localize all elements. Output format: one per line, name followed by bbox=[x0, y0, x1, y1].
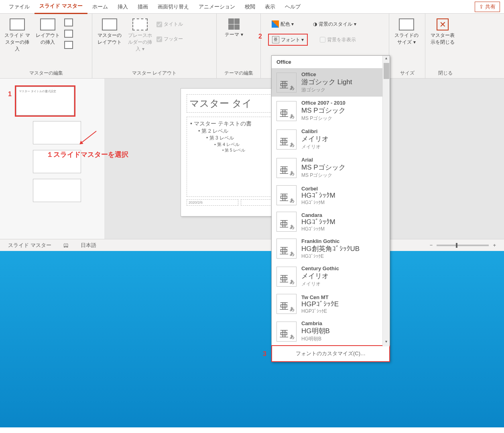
workspace: マスター タイトルの書式設定 1 １スライドマスターを選択 マスター タイ マス… bbox=[0, 79, 504, 239]
font-sample-icon: 亜ぁ bbox=[276, 185, 297, 205]
ribbon-tabs: ファイル スライド マスター ホーム 挿入 描画 画面切り替え アニメーション … bbox=[0, 0, 504, 14]
tab-help[interactable]: ヘルプ bbox=[280, 0, 305, 14]
desktop-background bbox=[0, 251, 504, 427]
title-checkbox[interactable]: タイトル bbox=[156, 21, 183, 28]
font-sample-icon: 亜ぁ bbox=[276, 129, 297, 150]
scroll-thumb[interactable] bbox=[384, 63, 389, 79]
slide-date-placeholder[interactable]: 2020/2/6 bbox=[187, 199, 238, 206]
background-styles-button[interactable]: ◑背景のスタイル ▾ bbox=[309, 18, 360, 30]
annotation-2: 2 bbox=[258, 33, 262, 40]
rename-icon[interactable] bbox=[64, 30, 73, 38]
tab-file[interactable]: ファイル bbox=[4, 0, 35, 14]
zoom-out-button[interactable]: − bbox=[430, 242, 433, 248]
tab-draw[interactable]: 描画 bbox=[133, 0, 153, 14]
footer-checkbox[interactable]: フッター bbox=[156, 36, 183, 42]
colors-icon bbox=[272, 20, 279, 28]
font-sample-icon: 亜ぁ bbox=[276, 212, 297, 232]
fonts-dropdown: Office 亜ぁOffice游ゴシック Light游ゴシック亜ぁOffice … bbox=[271, 55, 390, 362]
share-icon: ⇪ bbox=[479, 4, 484, 10]
themes-button[interactable]: テーマ ▾ bbox=[220, 18, 248, 38]
zoom-in-button[interactable]: + bbox=[493, 242, 496, 248]
bgstyle-icon: ◑ bbox=[313, 21, 317, 27]
notes-icon[interactable]: 🕮 bbox=[63, 242, 69, 248]
share-button[interactable]: ⇪共有 bbox=[475, 2, 500, 12]
group-label-close: 閉じる bbox=[429, 68, 462, 78]
scroll-down-icon[interactable]: ▾ bbox=[383, 339, 390, 346]
font-theme-item[interactable]: 亜ぁTw Cen MTHGPｺﾞｼｯｸEHGPｺﾞｼｯｸE bbox=[272, 291, 390, 317]
tab-view[interactable]: 表示 bbox=[260, 0, 280, 14]
master-layout-button[interactable]: マスターのレイアウト bbox=[96, 18, 124, 46]
layout-icon bbox=[40, 18, 55, 30]
preserve-icon[interactable] bbox=[64, 41, 73, 49]
customize-fonts-button[interactable]: フォントのカスタマイズ(C)… bbox=[271, 345, 390, 362]
scroll-up-icon[interactable]: ▴ bbox=[383, 56, 390, 63]
status-view-label: スライド マスター bbox=[8, 242, 51, 249]
font-theme-item[interactable]: 亜ぁArialMS PゴシックMS Pゴシック bbox=[272, 154, 390, 182]
font-theme-item[interactable]: 亜ぁOffice 2007 - 2010MS PゴシックMS Pゴシック bbox=[272, 97, 390, 125]
tab-review[interactable]: 校閲 bbox=[240, 0, 260, 14]
slide-size-button[interactable]: スライドのサイズ ▾ bbox=[392, 18, 421, 46]
layout-thumbnail-3[interactable] bbox=[33, 179, 81, 202]
colors-button[interactable]: 配色 ▾ bbox=[268, 18, 297, 30]
delete-icon[interactable] bbox=[64, 18, 73, 26]
group-label-theme-edit: テーマの編集 bbox=[220, 68, 257, 78]
group-label-master-edit: マスターの編集 bbox=[3, 68, 89, 78]
group-label-size: サイズ bbox=[392, 68, 422, 78]
slide-master-icon bbox=[10, 18, 25, 30]
status-bar: スライド マスター 🕮 日本語 − + bbox=[0, 239, 504, 251]
font-sample-icon: 亜ぁ bbox=[276, 322, 297, 342]
font-theme-item[interactable]: 亜ぁCorbelHGｺﾞｼｯｸMHGｺﾞｼｯｸM bbox=[272, 182, 390, 208]
font-sample-icon: 亜ぁ bbox=[276, 73, 297, 93]
font-theme-item[interactable]: 亜ぁCambriaHG明朝BHG明朝B bbox=[272, 317, 390, 346]
fonts-scrollbar[interactable]: ▴ ▾ bbox=[382, 56, 390, 346]
tab-transition[interactable]: 画面切り替え bbox=[153, 0, 194, 14]
tab-animation[interactable]: アニメーション bbox=[194, 0, 240, 14]
status-language: 日本語 bbox=[81, 242, 96, 249]
insert-layout-button[interactable]: レイアウトの挿入 bbox=[34, 18, 62, 46]
ribbon: スライド マスターの挿入 レイアウトの挿入 マスターの編集 マスターのレイアウト… bbox=[0, 14, 504, 79]
insert-slide-master-button[interactable]: スライド マスターの挿入 bbox=[3, 18, 31, 53]
font-theme-item[interactable]: 亜ぁCalibriメイリオメイリオ bbox=[272, 125, 390, 154]
font-sample-icon: 亜ぁ bbox=[276, 294, 297, 314]
font-theme-item[interactable]: 亜ぁCentury Gothicメイリオメイリオ bbox=[272, 262, 390, 291]
tab-slide-master[interactable]: スライド マスター bbox=[35, 0, 87, 14]
font-theme-item[interactable]: 亜ぁOffice游ゴシック Light游ゴシック bbox=[272, 68, 390, 97]
annotation-text-1: １スライドマスターを選択 bbox=[47, 150, 128, 159]
close-master-view-button[interactable]: ✕マスター表示を閉じる bbox=[429, 18, 457, 46]
layout-thumbnail-1[interactable] bbox=[33, 121, 81, 144]
fonts-icon: 亜 bbox=[272, 36, 279, 43]
font-sample-icon: 亜ぁ bbox=[276, 158, 297, 178]
master-layout-icon bbox=[102, 18, 117, 30]
master-thumbnail[interactable]: マスター タイトルの書式設定 bbox=[16, 87, 74, 115]
hide-background-checkbox[interactable]: 背景を非表示 bbox=[320, 36, 356, 43]
font-sample-icon: 亜ぁ bbox=[276, 267, 297, 287]
close-icon: ✕ bbox=[437, 18, 449, 30]
font-theme-item[interactable]: 亜ぁCandaraHGｺﾞｼｯｸMHGｺﾞｼｯｸM bbox=[272, 208, 390, 235]
tab-home[interactable]: ホーム bbox=[87, 0, 113, 14]
placeholder-icon bbox=[132, 18, 148, 30]
fonts-dropdown-header: Office bbox=[272, 56, 390, 68]
tab-insert[interactable]: 挿入 bbox=[113, 0, 133, 14]
group-label-master-layout: マスター レイアウト bbox=[96, 68, 213, 78]
annotation-1: 1 bbox=[8, 91, 12, 98]
slide-size-icon bbox=[399, 18, 414, 30]
annotation-3: 3 bbox=[263, 350, 266, 358]
themes-icon bbox=[228, 18, 240, 30]
font-theme-item[interactable]: 亜ぁFranklin GothicHG創英角ｺﾞｼｯｸUBHGｺﾞｼｯｸE bbox=[272, 235, 390, 262]
insert-placeholder-button[interactable]: プレースホルダーの挿入 ▾ bbox=[126, 18, 154, 53]
font-sample-icon: 亜ぁ bbox=[276, 101, 297, 121]
font-sample-icon: 亜ぁ bbox=[276, 239, 297, 259]
zoom-slider[interactable] bbox=[437, 245, 489, 246]
fonts-button[interactable]: 亜フォント ▾ bbox=[268, 34, 308, 46]
